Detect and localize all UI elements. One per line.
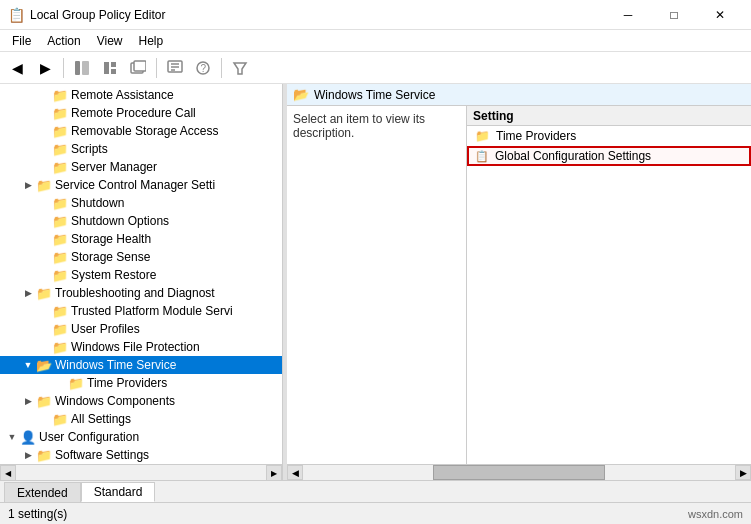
expander-troubleshooting[interactable] [20, 285, 36, 301]
filter-button[interactable] [227, 55, 253, 81]
new-window-button[interactable] [125, 55, 151, 81]
tree-item-service-control-manager[interactable]: 📁 Service Control Manager Setti [0, 176, 282, 194]
tree-item-windows-file-protection[interactable]: 📁 Windows File Protection [0, 338, 282, 356]
list-item-icon-global-config: 📋 [475, 150, 489, 163]
svg-rect-1 [82, 61, 89, 75]
svg-rect-4 [111, 69, 116, 74]
menu-view[interactable]: View [89, 32, 131, 50]
status-text: 1 setting(s) [8, 507, 67, 521]
up-button[interactable] [97, 55, 123, 81]
tree-item-shutdown[interactable]: 📁 Shutdown [0, 194, 282, 212]
right-scroll-right-arrow[interactable]: ▶ [735, 465, 751, 480]
list-item-folder-icon-time-providers: 📁 [475, 129, 490, 143]
folder-icon-scripts: 📁 [52, 141, 68, 157]
folder-icon-software-settings: 📁 [36, 447, 52, 463]
folder-icon-service-control-manager: 📁 [36, 177, 52, 193]
tree-item-software-settings[interactable]: 📁 Software Settings [0, 446, 282, 464]
forward-button[interactable]: ▶ [32, 55, 58, 81]
tree-label-windows-components: Windows Components [55, 394, 175, 408]
tree-item-remote-assistance[interactable]: 📁 Remote Assistance [0, 86, 282, 104]
tab-bar: Extended Standard [0, 480, 751, 502]
expander-service-control-manager[interactable] [20, 177, 36, 193]
tree-item-removable-storage-access[interactable]: 📁 Removable Storage Access [0, 122, 282, 140]
tab-extended-label: Extended [17, 486, 68, 500]
tree-label-remote-procedure-call: Remote Procedure Call [71, 106, 196, 120]
folder-icon-user-profiles: 📁 [52, 321, 68, 337]
list-item-label-global-config: Global Configuration Settings [495, 149, 651, 163]
tree-item-all-settings[interactable]: 📁 All Settings [0, 410, 282, 428]
folder-icon-remote-assistance: 📁 [52, 87, 68, 103]
right-panel-body: Select an item to view its description. … [287, 106, 751, 464]
title-bar: 📋 Local Group Policy Editor ─ □ ✕ [0, 0, 751, 30]
right-panel-horizontal-scrollbar[interactable]: ◀ ▶ [287, 464, 751, 480]
folder-icon-removable-storage-access: 📁 [52, 123, 68, 139]
tree-horizontal-scrollbar[interactable]: ◀ ▶ [0, 464, 282, 480]
user-config-icon: 👤 [20, 430, 36, 445]
help-button[interactable]: ? [190, 55, 216, 81]
export-button[interactable] [162, 55, 188, 81]
menu-file[interactable]: File [4, 32, 39, 50]
right-panel-title: Windows Time Service [314, 88, 435, 102]
tree-item-user-configuration[interactable]: 👤 User Configuration [0, 428, 282, 446]
tree-label-shutdown: Shutdown [71, 196, 124, 210]
folder-icon-windows-components: 📁 [36, 393, 52, 409]
folder-icon-trusted-platform: 📁 [52, 303, 68, 319]
expander-software-settings[interactable] [20, 447, 36, 463]
folder-icon-storage-sense: 📁 [52, 249, 68, 265]
back-button[interactable]: ◀ [4, 55, 30, 81]
tree-item-remote-procedure-call[interactable]: 📁 Remote Procedure Call [0, 104, 282, 122]
folder-icon-system-restore: 📁 [52, 267, 68, 283]
list-item-global-config[interactable]: 📋 Global Configuration Settings [467, 146, 751, 166]
menu-action[interactable]: Action [39, 32, 88, 50]
maximize-button[interactable]: □ [651, 0, 697, 30]
folder-icon-time-providers: 📁 [68, 375, 84, 391]
list-column-header: Setting [467, 106, 751, 126]
tree-item-windows-components[interactable]: 📁 Windows Components [0, 392, 282, 410]
right-scroll-left-arrow[interactable]: ◀ [287, 465, 303, 480]
tree-item-scripts[interactable]: 📁 Scripts [0, 140, 282, 158]
tab-extended[interactable]: Extended [4, 482, 81, 502]
tree-item-storage-sense[interactable]: 📁 Storage Sense [0, 248, 282, 266]
svg-marker-13 [234, 63, 246, 74]
tree-item-user-profiles[interactable]: 📁 User Profiles [0, 320, 282, 338]
right-scroll-thumb[interactable] [433, 465, 606, 480]
expander-user-configuration[interactable] [4, 429, 20, 445]
minimize-button[interactable]: ─ [605, 0, 651, 30]
tree-label-storage-sense: Storage Sense [71, 250, 150, 264]
main-content: 📁 Remote Assistance 📁 Remote Procedure C… [0, 84, 751, 480]
tree-item-troubleshooting[interactable]: 📁 Troubleshooting and Diagnost [0, 284, 282, 302]
folder-icon-windows-time-service: 📂 [36, 357, 52, 373]
menu-bar: File Action View Help [0, 30, 751, 52]
menu-help[interactable]: Help [131, 32, 172, 50]
tree-label-all-settings: All Settings [71, 412, 131, 426]
tree-scroll[interactable]: 📁 Remote Assistance 📁 Remote Procedure C… [0, 84, 282, 464]
tree-scroll-left[interactable]: ◀ [0, 465, 16, 480]
tree-item-shutdown-options[interactable]: 📁 Shutdown Options [0, 212, 282, 230]
expander-windows-time-service[interactable] [20, 357, 36, 373]
tree-item-storage-health[interactable]: 📁 Storage Health [0, 230, 282, 248]
tab-standard[interactable]: Standard [81, 482, 156, 502]
folder-icon-troubleshooting: 📁 [36, 285, 52, 301]
toolbar-separator-2 [156, 58, 157, 78]
close-button[interactable]: ✕ [697, 0, 743, 30]
tree-item-trusted-platform[interactable]: 📁 Trusted Platform Module Servi [0, 302, 282, 320]
tree-item-server-manager[interactable]: 📁 Server Manager [0, 158, 282, 176]
list-item-time-providers[interactable]: 📁 Time Providers [467, 126, 751, 146]
tree-scroll-right[interactable]: ▶ [266, 465, 282, 480]
show-hide-console-tree-button[interactable] [69, 55, 95, 81]
tree-label-storage-health: Storage Health [71, 232, 151, 246]
tree-label-service-control-manager: Service Control Manager Setti [55, 178, 215, 192]
tree-item-time-providers[interactable]: 📁 Time Providers [0, 374, 282, 392]
folder-icon-all-settings: 📁 [52, 411, 68, 427]
tree-scroll-track[interactable] [16, 465, 266, 480]
svg-rect-0 [75, 61, 80, 75]
right-header-folder-icon: 📂 [293, 87, 309, 102]
right-panel-list[interactable]: Setting 📁 Time Providers 📋 Global Config… [467, 106, 751, 464]
tree-label-windows-file-protection: Windows File Protection [71, 340, 200, 354]
right-scroll-track[interactable] [303, 465, 735, 480]
tree-item-system-restore[interactable]: 📁 System Restore [0, 266, 282, 284]
folder-icon-shutdown-options: 📁 [52, 213, 68, 229]
expander-windows-components[interactable] [20, 393, 36, 409]
tree-label-windows-time-service: Windows Time Service [55, 358, 176, 372]
tree-item-windows-time-service[interactable]: 📂 Windows Time Service [0, 356, 282, 374]
